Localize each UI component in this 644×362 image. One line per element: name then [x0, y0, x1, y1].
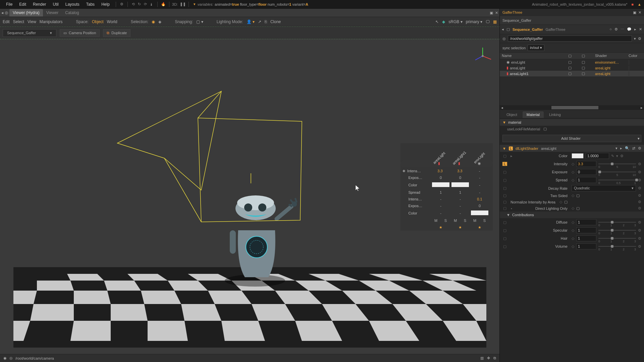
tb-edit[interactable]: Edit: [3, 19, 10, 24]
hud-val[interactable]: 0: [431, 176, 450, 180]
anim-icon[interactable]: ◇: [572, 220, 574, 225]
anim-icon[interactable]: ◇: [572, 178, 574, 182]
specular-input[interactable]: [576, 227, 596, 233]
hud-val[interactable]: 3.3: [430, 169, 450, 173]
spread-slider[interactable]: 0 0.5 1: [598, 178, 636, 182]
view-dropdown[interactable]: primary ▾: [466, 19, 482, 24]
sync-icon[interactable]: ↻: [137, 1, 143, 7]
add-shader-button[interactable]: Add Shader ▾: [502, 135, 641, 142]
chevron-down-icon[interactable]: ▾: [192, 1, 198, 7]
color-swatch[interactable]: [629, 71, 629, 76]
record-icon[interactable]: ■: [631, 2, 634, 6]
duplicate-button[interactable]: ⧉ Duplicate: [103, 29, 130, 37]
star-icon[interactable]: ★: [431, 225, 450, 230]
th-mute[interactable]: ▢: [568, 54, 582, 58]
hud-val[interactable]: 0.1: [470, 197, 489, 201]
tab-viewer-hydra[interactable]: Viewer (Hydra): [9, 9, 43, 16]
star-icon[interactable]: ★: [470, 225, 489, 230]
param-checkbox[interactable]: ▢: [502, 154, 507, 158]
solo-checkbox[interactable]: ▢: [582, 71, 595, 76]
sync-dropdown[interactable]: in/out ▾: [528, 45, 544, 51]
hud-val[interactable]: -: [431, 204, 450, 208]
hud-val[interactable]: -: [450, 204, 470, 208]
tb-view[interactable]: View: [28, 19, 36, 24]
lighting-mode-icon[interactable]: 👤 ▾: [247, 19, 255, 24]
clone-icon[interactable]: ⎘: [265, 19, 267, 24]
menu-help[interactable]: Help: [98, 2, 113, 7]
subhead-name[interactable]: Sequence_Gaffer: [513, 27, 543, 32]
anim-icon[interactable]: ◇: [572, 236, 574, 241]
hud-val[interactable]: -: [470, 190, 489, 194]
param-checkbox[interactable]: ▢: [502, 236, 507, 241]
exposure-slider[interactable]: 0 5 10: [598, 170, 636, 174]
hud-val[interactable]: 0: [470, 204, 489, 208]
chat-icon[interactable]: 💬: [627, 27, 632, 32]
th-shader[interactable]: Shader: [595, 54, 629, 58]
dot-icon[interactable]: •: [509, 206, 514, 210]
exposure-input[interactable]: [576, 169, 596, 175]
tab-catalog[interactable]: Catalog: [62, 9, 82, 16]
param-gear-icon[interactable]: ⚙: [638, 178, 641, 182]
param-gear-icon[interactable]: ⚙: [638, 236, 641, 241]
temperature-icon[interactable]: 🌡: [149, 1, 155, 7]
mute-btn[interactable]: M: [450, 219, 460, 223]
cursor-icon[interactable]: ↖: [435, 19, 439, 24]
solo-btn[interactable]: S: [460, 219, 470, 223]
menu-edit[interactable]: Edit: [16, 2, 30, 7]
chevron-right-icon[interactable]: ▸: [620, 146, 622, 150]
target-icon[interactable]: ◎: [5, 10, 8, 15]
var-val-0[interactable]: true: [232, 2, 239, 6]
hud-val[interactable]: -: [470, 176, 489, 180]
locate-icon[interactable]: ◎: [502, 37, 506, 41]
pause-icon[interactable]: ❚❚: [180, 1, 186, 7]
hud-swatch[interactable]: [431, 182, 450, 188]
mute-btn[interactable]: M: [470, 219, 480, 223]
var-val-3[interactable]: A: [306, 2, 308, 6]
param-checkbox[interactable]: ▢: [502, 178, 507, 182]
tab-linking[interactable]: Linking: [545, 111, 565, 118]
specular-slider[interactable]: 0 1 2 3: [598, 228, 636, 232]
scroll-right-icon[interactable]: ▸: [639, 106, 644, 110]
horizontal-scrollbar[interactable]: ◂ ▸: [500, 105, 644, 110]
diffuse-input[interactable]: [576, 219, 596, 225]
move-all-icon[interactable]: ✥: [487, 356, 490, 360]
refresh-icon[interactable]: ⟲: [130, 1, 137, 7]
param-checkbox[interactable]: ▢: [502, 170, 507, 174]
var-val-2[interactable]: 1: [289, 2, 291, 6]
more-icon[interactable]: ⋯: [621, 27, 624, 32]
hud-val[interactable]: -: [431, 211, 450, 215]
hud-val[interactable]: 0: [450, 176, 470, 180]
anim-icon[interactable]: ◇: [572, 170, 574, 174]
menu-tabs[interactable]: Tabs: [83, 2, 98, 7]
param-gear-icon[interactable]: ⚙: [638, 200, 641, 204]
contributions-header[interactable]: ▼ Contributions: [500, 212, 644, 218]
param-checkbox[interactable]: ▢: [502, 186, 507, 190]
panel-maximize-icon[interactable]: ▣: [633, 10, 636, 15]
param-checkbox[interactable]: ▢: [502, 193, 507, 198]
twosided-checkbox[interactable]: ▢: [576, 193, 580, 198]
hud-val[interactable]: 1: [431, 190, 450, 194]
panel-close-icon[interactable]: ✕: [638, 10, 641, 15]
link-icon[interactable]: ⧉: [493, 356, 496, 360]
spread-input[interactable]: [576, 177, 596, 183]
node-name[interactable]: Sequence_Gaffer: [502, 18, 531, 22]
light-row-area[interactable]: ▮areaLight ▢ ▢ areaLight: [500, 65, 644, 71]
dot-icon[interactable]: ○: [609, 27, 612, 32]
anim-icon[interactable]: ◇: [559, 200, 562, 204]
param-gear-icon[interactable]: ⚙: [638, 220, 641, 225]
star-icon[interactable]: ★: [450, 225, 470, 230]
param-checkbox[interactable]: ▢: [502, 228, 507, 233]
warning-icon[interactable]: ▲: [638, 2, 641, 6]
anim-icon[interactable]: ◇: [572, 228, 574, 233]
chevron-down-icon[interactable]: ▾: [616, 154, 618, 158]
param-gear-icon[interactable]: ⚙: [620, 154, 624, 158]
hud-swatch[interactable]: [450, 182, 470, 188]
overlay-icon[interactable]: ▦: [493, 19, 497, 24]
monitor-icon[interactable]: 🖵: [486, 19, 490, 24]
selection-mode-icon[interactable]: ◉: [152, 19, 155, 24]
volume-slider[interactable]: 0 1 2 3: [598, 244, 636, 248]
use-lookfile-checkbox[interactable]: ▢: [543, 127, 547, 131]
hud-val[interactable]: -: [431, 197, 450, 201]
chevron-down-icon[interactable]: ▾: [615, 146, 618, 150]
hud-val[interactable]: -: [470, 183, 489, 187]
